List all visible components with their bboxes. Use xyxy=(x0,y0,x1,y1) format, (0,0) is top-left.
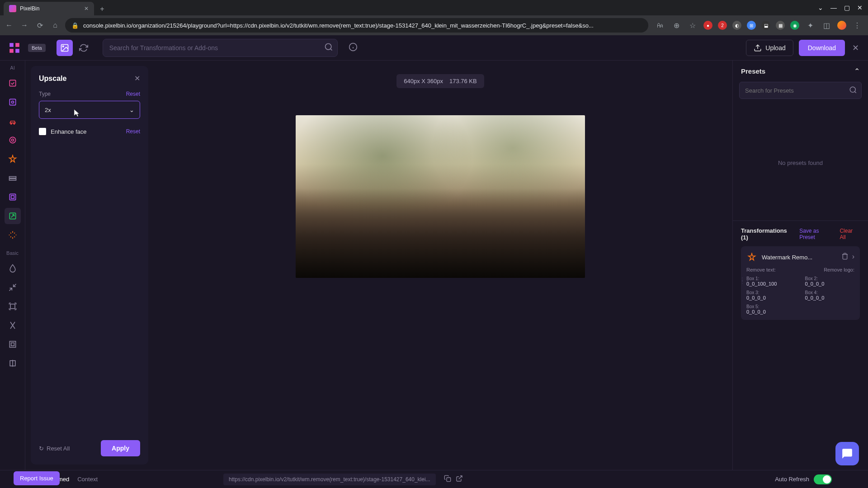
back-icon[interactable]: ← xyxy=(4,21,14,29)
rail-object-icon[interactable] xyxy=(5,113,21,129)
menu-icon[interactable]: ⋮ xyxy=(852,21,863,30)
avatar-icon[interactable] xyxy=(837,21,846,30)
star-icon[interactable]: ☆ xyxy=(687,21,698,30)
transform-card: Watermark Remo... › Remove text: Remove … xyxy=(741,246,860,320)
search-icon[interactable] xyxy=(324,42,333,53)
main-area: AI Basic Upscale ✕ Type Reset 2x ⌄ xyxy=(0,61,868,470)
presets-title: Presets xyxy=(741,67,765,75)
lock-icon: 🔒 xyxy=(71,22,79,29)
close-tab-icon[interactable]: ✕ xyxy=(84,5,89,12)
url-display: https://cdn.pixelbin.io/v2/tutkit/wm.rem… xyxy=(223,474,436,485)
logo-icon[interactable] xyxy=(7,41,22,55)
enhance-reset-link[interactable]: Reset xyxy=(126,128,140,135)
external-link-icon[interactable] xyxy=(456,475,463,483)
forward-icon[interactable]: → xyxy=(19,21,30,29)
clear-all-link[interactable]: Clear All xyxy=(840,228,860,240)
rail-super-icon[interactable] xyxy=(5,151,21,167)
svg-rect-29 xyxy=(447,478,451,482)
svg-rect-0 xyxy=(9,43,14,47)
remove-logo-label: Remove logo: xyxy=(824,267,854,272)
new-tab-button[interactable]: + xyxy=(96,3,108,15)
upload-button[interactable]: Upload xyxy=(746,40,793,56)
rail-flatten-icon[interactable] xyxy=(5,336,21,352)
ext-icon-3[interactable]: ◐ xyxy=(732,21,741,30)
rail-flip-icon[interactable] xyxy=(5,355,21,371)
translate-icon[interactable]: 🗛 xyxy=(655,21,665,29)
close-app-icon[interactable]: ✕ xyxy=(850,41,861,55)
filesize-text: 173.76 KB xyxy=(449,78,477,84)
apply-button[interactable]: Apply xyxy=(101,440,140,456)
cursor-icon xyxy=(72,108,80,120)
copy-icon[interactable] xyxy=(444,475,451,483)
rail-compress-icon[interactable] xyxy=(5,279,21,296)
browser-tab[interactable]: PixelBin ✕ xyxy=(4,2,94,15)
rail-extract-icon[interactable] xyxy=(5,317,21,333)
preset-search-input[interactable] xyxy=(739,82,862,99)
window-controls: ⌄ — ▢ ✕ xyxy=(818,4,868,11)
url-text: console.pixelbin.io/organization/215264/… xyxy=(83,22,594,29)
mode-image-button[interactable] xyxy=(57,40,73,56)
tab-context[interactable]: Context xyxy=(77,476,98,483)
box-item: Box 4:0_0_0_0 xyxy=(805,290,855,300)
search-icon[interactable] xyxy=(849,86,857,96)
install-icon[interactable]: ⊕ xyxy=(671,21,682,30)
save-preset-link[interactable]: Save as Preset xyxy=(799,228,836,240)
enhance-face-label: Enhance face xyxy=(51,128,87,135)
bottom-bar: Transformed Context https://cdn.pixelbin… xyxy=(0,470,868,488)
reset-all-button[interactable]: ↻ Reset All xyxy=(39,445,70,452)
auto-refresh-toggle[interactable] xyxy=(814,474,832,484)
chevron-right-icon[interactable]: › xyxy=(852,253,854,262)
ext-icon-5[interactable]: ⬓ xyxy=(761,21,770,30)
svg-rect-23 xyxy=(9,341,15,347)
reset-icon: ↻ xyxy=(39,445,44,452)
download-button[interactable]: Download xyxy=(799,40,845,56)
delete-icon[interactable] xyxy=(841,253,849,262)
mode-refresh-button[interactable] xyxy=(75,40,92,56)
transforms-section: Transformations (1) Save as Preset Clear… xyxy=(733,221,868,326)
rail-bg-remove-icon[interactable] xyxy=(5,75,21,91)
icon-rail: AI Basic xyxy=(0,61,25,470)
sidepanel-icon[interactable]: ◫ xyxy=(821,21,832,30)
minimize-icon[interactable]: — xyxy=(830,4,837,11)
close-window-icon[interactable]: ✕ xyxy=(857,4,863,11)
panel-title: Upscale xyxy=(39,75,66,83)
watermark-icon xyxy=(746,252,757,263)
rail-detect-icon[interactable] xyxy=(5,132,21,148)
ext-icon-6[interactable]: ▦ xyxy=(776,21,785,30)
report-issue-button[interactable]: Report Issue xyxy=(14,471,60,485)
rail-generate-icon[interactable] xyxy=(5,189,21,205)
drag-handle-icon[interactable]: ⋮⋮⋮⋮ xyxy=(740,278,750,283)
info-icon[interactable] xyxy=(349,42,358,53)
svg-line-28 xyxy=(854,91,856,93)
rail-upscale-icon[interactable] xyxy=(5,208,21,224)
chevron-down-icon[interactable]: ⌄ xyxy=(818,4,823,11)
rail-effect-icon[interactable] xyxy=(5,227,21,243)
home-icon[interactable]: ⌂ xyxy=(50,21,61,29)
svg-rect-19 xyxy=(9,179,16,180)
ext-icon-4[interactable]: ⊞ xyxy=(747,21,756,30)
preview-image[interactable] xyxy=(296,115,585,278)
svg-rect-3 xyxy=(15,49,19,53)
address-bar[interactable]: 🔒 console.pixelbin.io/organization/21526… xyxy=(65,18,648,33)
type-dropdown[interactable]: 2x ⌄ xyxy=(39,101,140,119)
panel-close-icon[interactable]: ✕ xyxy=(134,74,140,83)
ext-icon-7[interactable]: ◉ xyxy=(790,21,799,30)
rail-extend-icon[interactable] xyxy=(5,298,21,314)
canvas-area: 640px X 360px 173.76 KB xyxy=(148,61,732,470)
search-input[interactable] xyxy=(103,39,338,57)
reload-icon[interactable]: ⟳ xyxy=(34,21,45,30)
type-reset-link[interactable]: Reset xyxy=(126,91,140,97)
chat-bubble-button[interactable] xyxy=(835,442,859,465)
rail-erase-icon[interactable] xyxy=(5,94,21,110)
app-header: Beta Upload Download ✕ xyxy=(0,35,868,61)
maximize-icon[interactable]: ▢ xyxy=(844,4,850,11)
rail-blur-icon[interactable] xyxy=(5,260,21,277)
ext-icon-1[interactable]: ● xyxy=(703,21,712,30)
ext-icon-2[interactable]: 2 xyxy=(718,21,727,30)
control-panel: Upscale ✕ Type Reset 2x ⌄ Enhance face R… xyxy=(31,66,148,465)
extensions-icon[interactable]: ✦ xyxy=(805,21,816,30)
enhance-face-checkbox[interactable] xyxy=(39,128,46,135)
chevron-up-icon[interactable]: ⌃ xyxy=(854,67,860,75)
svg-rect-1 xyxy=(15,43,19,47)
rail-credit-icon[interactable] xyxy=(5,170,21,186)
